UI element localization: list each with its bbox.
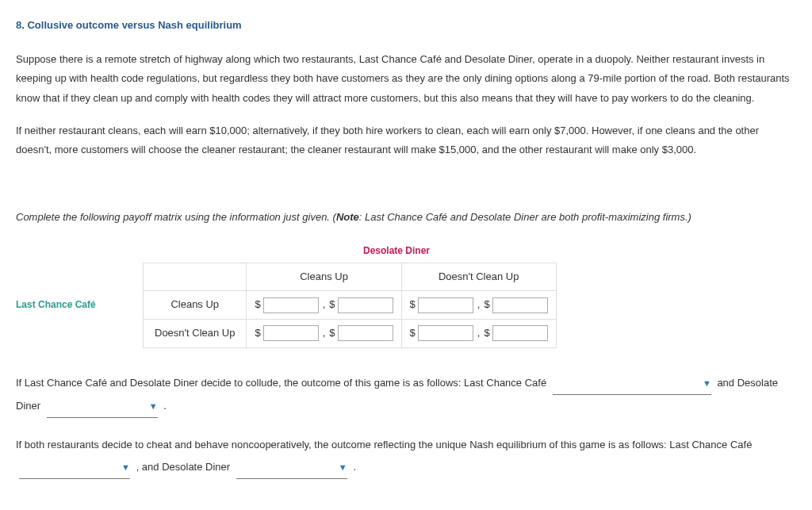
chevron-down-icon: ▼	[121, 458, 130, 477]
payoff-input-r2c2-b[interactable]	[492, 325, 548, 341]
payoff-input-r2c2-a[interactable]	[418, 325, 473, 341]
row-player-label: Last Chance Café	[16, 296, 143, 314]
instruction-post: : Last Chance Café and Desolate Diner ar…	[359, 211, 691, 223]
q2-pre: If both restaurants decide to cheat and …	[16, 439, 752, 451]
currency-symbol: $	[255, 324, 260, 343]
instruction-text: Complete the following payoff matrix usi…	[16, 208, 796, 228]
currency-symbol: $	[329, 324, 335, 343]
corner-cell	[144, 263, 247, 291]
currency-symbol: $	[255, 295, 260, 315]
col-header-cleans: Cleans Up	[247, 263, 401, 291]
chevron-down-icon: ▼	[703, 374, 711, 393]
collude-question: If Last Chance Café and Desolate Diner d…	[16, 372, 796, 419]
row-header-doesnt-clean: Doesn't Clean Up	[144, 319, 247, 347]
scenario-paragraph-2: If neither restaurant cleans, each will …	[16, 121, 796, 160]
currency-symbol: $	[484, 324, 489, 343]
currency-symbol: $	[410, 295, 416, 315]
currency-symbol: $	[484, 295, 489, 315]
dropdown-collude-lcc[interactable]: ▼	[553, 372, 711, 395]
payoff-input-r1c2-a[interactable]	[418, 297, 473, 313]
comma: ,	[477, 324, 481, 343]
currency-symbol: $	[329, 295, 335, 315]
cell-cleans-cleans: $ , $	[247, 291, 401, 320]
payoff-matrix: Desolate Diner Last Chance Café Cleans U…	[16, 242, 796, 348]
question-heading: 8. Collusive outcome versus Nash equilib…	[16, 16, 796, 36]
payoff-input-r2c1-b[interactable]	[338, 325, 393, 341]
nash-question: If both restaurants decide to cheat and …	[16, 434, 796, 479]
comma: ,	[323, 295, 326, 315]
instruction-pre: Complete the following payoff matrix usi…	[16, 211, 336, 223]
cell-doesnt-doesnt: $ , $	[401, 319, 556, 347]
payoff-input-r1c2-b[interactable]	[492, 297, 548, 313]
q2-mid: , and Desolate Diner	[136, 461, 233, 473]
note-label: Note	[336, 211, 359, 223]
q1-pre: If Last Chance Café and Desolate Diner d…	[16, 377, 550, 389]
col-header-doesnt-clean: Doesn't Clean Up	[401, 263, 556, 291]
comma: ,	[323, 324, 326, 343]
chevron-down-icon: ▼	[149, 397, 158, 416]
row-header-cleans: Cleans Up	[144, 291, 247, 320]
payoff-input-r2c1-a[interactable]	[263, 325, 319, 341]
payoff-table: Cleans Up Doesn't Clean Up Cleans Up $ ,…	[143, 263, 557, 348]
column-player-label: Desolate Diner	[238, 242, 555, 260]
dropdown-nash-dd[interactable]: ▼	[236, 456, 347, 479]
payoff-input-r1c1-b[interactable]	[338, 297, 393, 313]
cell-doesnt-cleans: $ , $	[247, 319, 401, 347]
dropdown-nash-lcc[interactable]: ▼	[19, 456, 130, 479]
payoff-input-r1c1-a[interactable]	[263, 297, 319, 313]
cell-cleans-doesnt: $ , $	[401, 291, 556, 320]
scenario-paragraph-1: Suppose there is a remote stretch of hig…	[16, 50, 796, 109]
currency-symbol: $	[410, 324, 416, 343]
q1-post: .	[163, 400, 167, 412]
comma: ,	[477, 295, 481, 315]
chevron-down-icon: ▼	[339, 458, 347, 477]
dropdown-collude-dd[interactable]: ▼	[47, 395, 158, 418]
q2-post: .	[353, 461, 356, 473]
